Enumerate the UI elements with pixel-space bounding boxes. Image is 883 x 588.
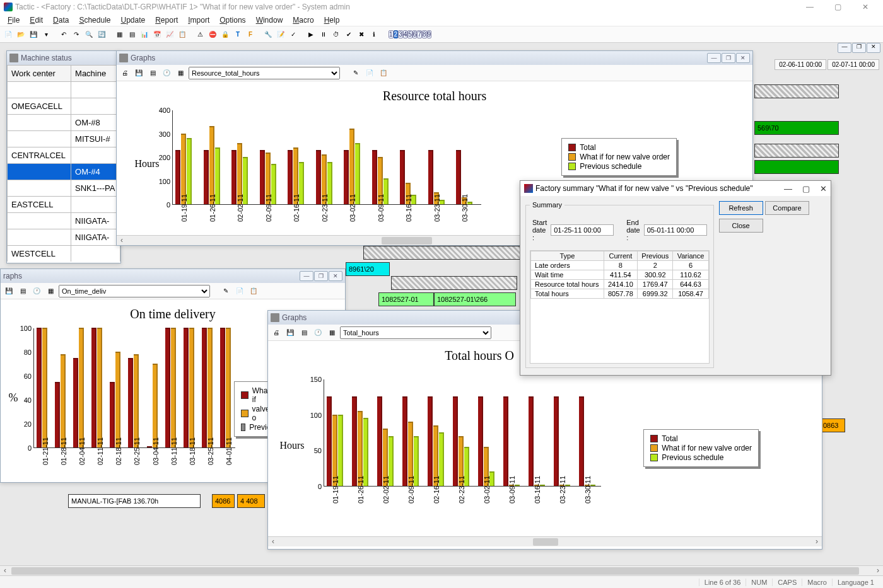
menu-window[interactable]: Window: [251, 14, 288, 26]
save-chart-icon[interactable]: 💾: [3, 285, 15, 297]
gantt-bar-green2[interactable]: [754, 160, 839, 174]
clock-icon[interactable]: 🕐: [31, 285, 42, 297]
menu-edit[interactable]: Edit: [25, 14, 48, 26]
list-icon[interactable]: ▤: [147, 67, 158, 79]
tool-b-icon[interactable]: 📝: [275, 29, 286, 40]
undo-icon[interactable]: ↶: [58, 29, 69, 40]
clock-icon[interactable]: 🕐: [312, 327, 324, 338]
gantt-bar-8961[interactable]: 8961\20: [346, 262, 390, 276]
menu-file[interactable]: File: [3, 14, 25, 26]
view-9[interactable]: 9: [427, 30, 432, 38]
mdi-close[interactable]: ✕: [867, 43, 880, 53]
dialog-maximize[interactable]: ▢: [802, 184, 810, 193]
menu-schedule[interactable]: Schedule: [74, 14, 115, 26]
table-row[interactable]: [8, 82, 120, 98]
grid-chart-icon[interactable]: ▦: [45, 285, 56, 297]
save-icon[interactable]: 💾: [28, 29, 39, 40]
table-row[interactable]: CENTRALCEL: [8, 147, 120, 164]
gantt-bar-569[interactable]: 569\70: [754, 121, 839, 135]
grid-icon[interactable]: ▦: [114, 29, 125, 40]
scroll-left-icon[interactable]: ‹: [268, 537, 278, 547]
table-row[interactable]: OM-#4: [8, 164, 120, 180]
view-3[interactable]: 3: [398, 30, 403, 38]
window-maximize[interactable]: ▢: [824, 1, 851, 13]
open-icon[interactable]: 📂: [15, 29, 26, 40]
menu-help[interactable]: Help: [319, 14, 345, 26]
new-chart-icon[interactable]: 📄: [234, 285, 245, 297]
scroll-left-icon[interactable]: ‹: [0, 566, 10, 576]
table-row[interactable]: MITSUI-#: [8, 131, 120, 147]
gantt-bar-bg3[interactable]: [363, 246, 527, 260]
table-row[interactable]: OM-#8: [8, 115, 120, 131]
child-restore[interactable]: ❐: [314, 271, 328, 281]
child-minimize[interactable]: —: [707, 53, 721, 63]
filter-icon[interactable]: F: [245, 29, 256, 40]
chart-select[interactable]: Resource_total_hours: [189, 67, 340, 79]
schedule-icon[interactable]: ⏱: [330, 29, 342, 40]
compare-button[interactable]: Compare: [765, 201, 809, 215]
chart-total-scroll[interactable]: ‹ ›: [268, 536, 822, 546]
table-row[interactable]: NIIGATA-: [8, 229, 120, 246]
start-date-input[interactable]: [551, 224, 614, 236]
table-icon[interactable]: ▤: [126, 29, 137, 40]
lock-icon[interactable]: 🔒: [219, 29, 231, 40]
grid-chart-icon[interactable]: ▦: [175, 67, 186, 79]
scroll-right-icon[interactable]: ›: [873, 566, 883, 576]
main-hscroll[interactable]: ‹ ›: [0, 565, 883, 575]
chart-delivery-select[interactable]: On_time_deliv: [59, 285, 210, 297]
child-close[interactable]: ✕: [329, 271, 342, 281]
search-icon[interactable]: 🔍: [83, 29, 95, 40]
gantt-bar-4408[interactable]: 4 408: [237, 494, 265, 508]
end-date-input[interactable]: [644, 224, 707, 236]
child-restore[interactable]: ❐: [722, 53, 735, 63]
view-2[interactable]: 2: [394, 30, 399, 38]
list-icon[interactable]: ▤: [17, 285, 28, 297]
dialog-minimize[interactable]: —: [784, 184, 792, 193]
warn-icon[interactable]: ⚠: [194, 29, 206, 40]
chart-total-select[interactable]: Total_hours: [340, 326, 491, 339]
view-7[interactable]: 7: [417, 30, 422, 38]
new-chart-icon[interactable]: 📄: [364, 67, 375, 79]
gantt-bar-bg2[interactable]: [754, 144, 839, 158]
close-button[interactable]: Close: [719, 219, 763, 233]
clock-icon[interactable]: 🕐: [161, 67, 172, 79]
redo-icon[interactable]: ↷: [71, 29, 82, 40]
table-row[interactable]: OMEGACELL: [8, 98, 120, 115]
text-icon[interactable]: T: [232, 29, 243, 40]
tool-a-icon[interactable]: 🔧: [262, 29, 274, 40]
view-1[interactable]: 1: [389, 30, 394, 38]
dialog-close[interactable]: ✕: [820, 184, 827, 193]
save-dropdown-icon[interactable]: ▾: [40, 29, 52, 40]
scroll-right-icon[interactable]: ›: [812, 537, 822, 547]
menu-import[interactable]: Import: [183, 14, 214, 26]
gantt-bar-manual[interactable]: MANUAL-TIG-[FAB 136.70h: [68, 494, 201, 508]
stop-icon[interactable]: ⛔: [207, 29, 218, 40]
menu-data[interactable]: Data: [48, 14, 74, 26]
gantt-bar-4086[interactable]: 4086: [212, 494, 235, 508]
machine-status-table[interactable]: Work centerMachineOMEGACELLOM-#8MITSUI-#…: [7, 65, 120, 262]
scroll-left-icon[interactable]: ‹: [117, 236, 127, 246]
edit-icon[interactable]: ✎: [220, 285, 231, 297]
gantt-bar-0863[interactable]: 0863: [820, 418, 845, 432]
table-row[interactable]: WESTCELL: [8, 246, 120, 262]
copy-chart-icon[interactable]: 📋: [248, 285, 259, 297]
check-icon[interactable]: ✔: [343, 29, 354, 40]
gantt-bar-1082b[interactable]: 1082527-01\266: [434, 292, 516, 306]
report-icon[interactable]: 📋: [177, 29, 188, 40]
print-icon[interactable]: 🖨: [119, 67, 131, 79]
menu-options[interactable]: Options: [214, 14, 250, 26]
child-minimize[interactable]: —: [300, 271, 313, 281]
tool-c-icon[interactable]: ✓: [288, 29, 299, 40]
chart-icon[interactable]: 📈: [164, 29, 175, 40]
pause-icon[interactable]: ⏸: [318, 29, 329, 40]
child-close[interactable]: ✕: [736, 53, 750, 63]
menu-macro[interactable]: Macro: [288, 14, 319, 26]
view-5[interactable]: 5: [407, 30, 412, 38]
edit-icon[interactable]: ✎: [350, 67, 361, 79]
info-icon[interactable]: ℹ: [368, 29, 380, 40]
mdi-minimize[interactable]: —: [838, 43, 851, 53]
table-row[interactable]: NIIGATA-: [8, 213, 120, 229]
table-row[interactable]: SNK1---PA: [8, 180, 120, 197]
refresh-button[interactable]: Refresh: [719, 201, 763, 215]
menu-report[interactable]: Report: [150, 14, 183, 26]
